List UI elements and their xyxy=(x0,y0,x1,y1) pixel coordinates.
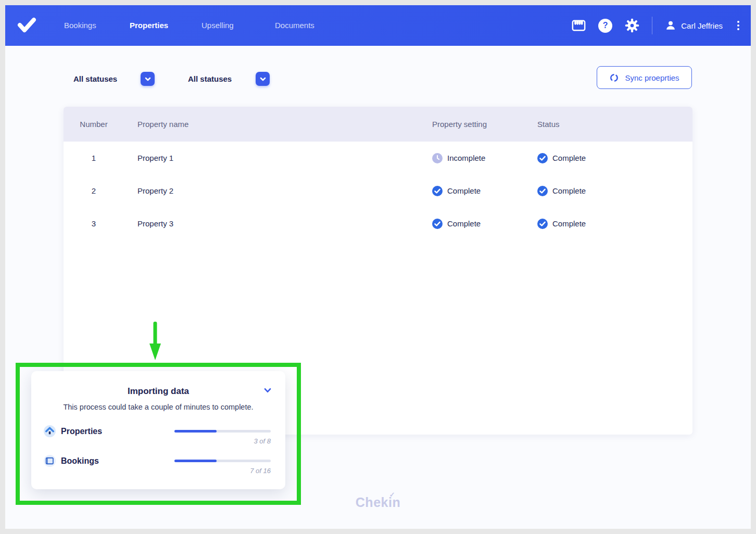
logo-checkmark: ✓ xyxy=(389,491,395,499)
check-complete-icon xyxy=(537,153,548,163)
user-icon xyxy=(665,20,676,31)
user-menu[interactable]: Carl Jeffries xyxy=(665,20,723,31)
user-name: Carl Jeffries xyxy=(681,21,723,30)
status-filter-2-value: All statuses xyxy=(188,74,232,83)
property-name: Property 1 xyxy=(124,154,432,162)
importing-data-panel: Importing data This process could take a… xyxy=(31,371,285,489)
import-task-label: Bookings xyxy=(61,456,99,466)
import-task-label: Properties xyxy=(61,427,102,436)
nav-tab-upselling[interactable]: Upselling xyxy=(201,21,234,30)
top-navbar: Bookings Properties Upselling Documents … xyxy=(5,5,751,46)
table-row[interactable]: 3 Property 3 Complete Complete xyxy=(64,207,692,240)
status-badge: Complete xyxy=(552,154,586,162)
property-name: Property 2 xyxy=(124,186,432,195)
progress-fill xyxy=(174,430,217,433)
help-icon[interactable]: ? xyxy=(598,19,612,33)
column-header-number: Number xyxy=(64,120,124,129)
status-cell: Complete xyxy=(537,186,692,196)
row-number: 1 xyxy=(64,154,124,162)
status-filter-1-value: All statuses xyxy=(73,74,117,83)
bookings-progress-bar xyxy=(174,460,271,462)
nav-tab-properties[interactable]: Properties xyxy=(130,21,168,30)
check-complete-icon xyxy=(537,186,548,196)
chevron-down-icon xyxy=(262,386,273,395)
progress-count: 3 of 8 xyxy=(254,437,271,445)
sync-properties-button[interactable]: Sync proeprties xyxy=(597,66,692,89)
property-setting-cell: Incomplete xyxy=(432,153,537,163)
status-badge: Complete xyxy=(447,219,481,228)
settings-gear-icon[interactable] xyxy=(625,18,639,33)
sync-icon xyxy=(609,73,619,83)
chevron-down-icon xyxy=(259,75,267,83)
row-number: 2 xyxy=(64,186,124,195)
status-badge: Incomplete xyxy=(447,154,485,162)
status-filter-2-dropdown[interactable] xyxy=(256,72,270,86)
nav-tab-documents[interactable]: Documents xyxy=(275,21,314,30)
properties-progress-bar xyxy=(174,430,271,433)
collapse-panel-button[interactable] xyxy=(262,386,273,397)
help-glyph: ? xyxy=(603,21,608,30)
table-row[interactable]: 2 Property 2 Complete Complete xyxy=(64,174,692,207)
nav-tab-bookings[interactable]: Bookings xyxy=(64,21,96,30)
chekin-footer-logo: Chekin ✓ xyxy=(5,495,751,510)
import-panel-subtitle: This process could take a couple of minu… xyxy=(31,403,285,411)
marketplace-icon[interactable] xyxy=(572,19,586,32)
column-header-property-name: Property name xyxy=(124,120,432,129)
progress-fill xyxy=(174,460,217,462)
book-icon xyxy=(44,455,56,469)
app-page: Bookings Properties Upselling Documents … xyxy=(5,5,751,529)
column-header-status: Status xyxy=(537,120,692,129)
row-number: 3 xyxy=(64,219,124,228)
progress-count: 7 of 16 xyxy=(250,467,271,475)
chekin-checkmark-logo[interactable] xyxy=(17,16,36,36)
clock-incomplete-icon xyxy=(432,153,443,163)
status-cell: Complete xyxy=(537,153,692,163)
check-complete-icon xyxy=(432,219,443,229)
status-badge: Complete xyxy=(552,186,586,195)
status-badge: Complete xyxy=(552,219,586,228)
status-badge: Complete xyxy=(447,186,481,195)
navbar-divider xyxy=(652,17,652,34)
table-header-row: Number Property name Property setting St… xyxy=(64,107,692,142)
check-complete-icon xyxy=(537,219,548,229)
status-filter-1-dropdown[interactable] xyxy=(141,72,155,86)
table-row[interactable]: 1 Property 1 Incomplete Complete xyxy=(64,142,692,174)
sync-button-label: Sync proeprties xyxy=(625,73,679,82)
property-name: Property 3 xyxy=(124,219,432,228)
check-complete-icon xyxy=(432,186,443,196)
property-setting-cell: Complete xyxy=(432,219,537,229)
import-panel-title: Importing data xyxy=(31,386,285,397)
chevron-down-icon xyxy=(144,75,152,83)
column-header-property-setting: Property setting xyxy=(432,120,537,129)
overflow-menu-icon[interactable] xyxy=(735,19,741,32)
house-icon xyxy=(44,425,56,439)
status-cell: Complete xyxy=(537,219,692,229)
property-setting-cell: Complete xyxy=(432,186,537,196)
